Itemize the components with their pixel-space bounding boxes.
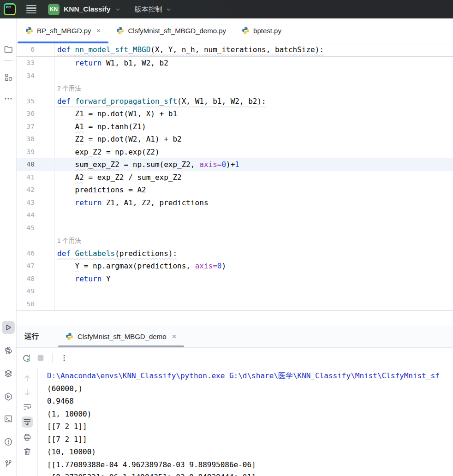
code-text[interactable]: Y = np.argmax(predictions, axis=0)	[55, 260, 453, 273]
code-line[interactable]: 45	[17, 222, 453, 235]
stop-icon[interactable]	[36, 354, 45, 362]
code-line[interactable]: 46def GetLabels(predictions):	[17, 247, 453, 260]
code-line[interactable]: 41 A2 = exp_Z2 / sum_exp_Z2	[17, 171, 453, 184]
code-line[interactable]: 50	[17, 298, 453, 311]
line-number[interactable]: 50	[17, 298, 55, 311]
line-number[interactable]: 35	[17, 95, 55, 108]
line-number[interactable]: 38	[17, 133, 55, 146]
code-line[interactable]: 39 exp_Z2 = np.exp(Z2)	[17, 146, 453, 159]
problems-icon[interactable]	[4, 437, 13, 446]
code-text[interactable]: return Y	[55, 273, 453, 286]
more-options-kebab-icon[interactable]	[60, 354, 68, 362]
line-number[interactable]: 40	[17, 158, 55, 171]
clear-console-trash-icon[interactable]	[23, 447, 32, 456]
line-number[interactable]: 46	[17, 247, 55, 260]
structure-icon[interactable]	[4, 73, 12, 82]
code-text[interactable]: predictions = A2	[55, 184, 453, 196]
more-tool-windows-icon[interactable]	[4, 94, 13, 103]
code-text[interactable]	[55, 285, 453, 298]
usages-hint[interactable]: 2 个用法	[55, 82, 453, 95]
project-badge: KN	[48, 4, 60, 15]
console-output[interactable]: D:\Anaconda\envs\KNN_Classify\python.exe…	[38, 368, 453, 476]
line-number[interactable]: 49	[17, 285, 55, 298]
run-tool-window-icon[interactable]	[2, 321, 15, 334]
line-number[interactable]: 42	[17, 184, 55, 196]
code-line[interactable]: 40 sum_exp_Z2 = np.sum(exp_Z2, axis=0)+1	[17, 158, 453, 171]
tab-label: bptest.py	[253, 27, 281, 35]
project-folder-icon[interactable]	[4, 45, 13, 54]
code-text[interactable]: Z1 = np.dot(W1, X) + b1	[55, 107, 453, 120]
code-line[interactable]: 48 return Y	[17, 273, 453, 286]
close-icon[interactable]: ×	[96, 27, 101, 35]
sticky-line-number[interactable]: 6	[17, 43, 55, 56]
code-text[interactable]	[55, 209, 453, 222]
line-number[interactable]: 45	[17, 222, 55, 235]
line-number[interactable]: 47	[17, 260, 55, 273]
usages-hint-row[interactable]: 2 个用法	[17, 82, 453, 95]
run-config-tab[interactable]: ClsfyMnist_sft_MBGD_demo ×	[58, 326, 184, 347]
close-icon[interactable]: ×	[172, 333, 177, 340]
toolbar-separator	[52, 353, 53, 363]
down-stacktrace-icon[interactable]	[23, 388, 32, 397]
code-text[interactable]	[55, 298, 453, 311]
code-line[interactable]: 47 Y = np.argmax(predictions, axis=0)	[17, 260, 453, 273]
code-text[interactable]: return Z1, A1, Z2, predictions	[55, 196, 453, 209]
console-line: D:\Anaconda\envs\KNN_Classify\python.exe…	[47, 369, 453, 382]
code-editor[interactable]: 33 return W1, b1, W2, b2342 个用法35def for…	[17, 57, 453, 311]
sticky-code-line[interactable]: 6 def nn_model_sft_MBGD(X, Y, n_h, num_i…	[17, 43, 453, 57]
code-line[interactable]: 37 A1 = np.tanh(Z1)	[17, 120, 453, 133]
line-number[interactable]: 33	[17, 57, 55, 70]
python-packages-icon[interactable]	[4, 392, 13, 401]
editor-tab[interactable]: bptest.py	[234, 18, 289, 43]
code-text[interactable]: def GetLabels(predictions):	[55, 247, 453, 260]
code-text[interactable]	[55, 70, 453, 83]
code-line[interactable]: 35def forward_propagation_sft(X, W1, b1,…	[17, 95, 453, 108]
code-line[interactable]: 36 Z1 = np.dot(W1, X) + b1	[17, 107, 453, 120]
code-line[interactable]: 34	[17, 70, 453, 83]
code-line[interactable]: 42 predictions = A2	[17, 184, 453, 196]
soft-wrap-icon[interactable]	[23, 402, 32, 411]
code-text[interactable]	[55, 222, 453, 235]
console-line: (1, 10000)	[47, 408, 453, 421]
code-line[interactable]: 38 Z2 = np.dot(W2, A1) + b2	[17, 133, 453, 146]
code-text[interactable]: A1 = np.tanh(Z1)	[55, 120, 453, 133]
main-menu-burger-icon[interactable]	[26, 5, 36, 14]
python-console-icon[interactable]	[4, 346, 13, 355]
code-text[interactable]: Z2 = np.dot(W2, A1) + b2	[55, 133, 453, 146]
editor-tab[interactable]: BP_sft_MBGD.py×	[18, 18, 108, 43]
line-number[interactable]: 41	[17, 171, 55, 184]
code-text[interactable]: A2 = exp_Z2 / sum_exp_Z2	[55, 171, 453, 184]
line-number[interactable]	[17, 234, 55, 247]
code-text[interactable]: def forward_propagation_sft(X, W1, b1, W…	[55, 95, 453, 108]
vcs-widget[interactable]: 版本控制	[135, 5, 172, 14]
usages-hint[interactable]: 1 个用法	[55, 234, 453, 247]
code-text[interactable]: exp_Z2 = np.exp(Z2)	[55, 146, 453, 159]
sticky-line-code[interactable]: def nn_model_sft_MBGD(X, Y, n_h, num_ite…	[55, 43, 453, 56]
terminal-icon[interactable]	[4, 414, 13, 423]
project-widget[interactable]: KN KNN_Classify	[48, 4, 121, 15]
tool-window-stripe	[0, 18, 17, 476]
version-control-branch-icon[interactable]	[4, 459, 13, 469]
line-number[interactable]: 48	[17, 273, 55, 286]
line-number[interactable]: 43	[17, 196, 55, 209]
code-line[interactable]: 49	[17, 285, 453, 298]
usages-hint-row[interactable]: 1 个用法	[17, 234, 453, 247]
line-number[interactable]: 39	[17, 146, 55, 159]
line-number[interactable]	[17, 82, 55, 95]
code-line[interactable]: 44	[17, 209, 453, 222]
code-line[interactable]: 43 return Z1, A1, Z2, predictions	[17, 196, 453, 209]
rerun-icon[interactable]	[22, 353, 31, 363]
line-number[interactable]: 34	[17, 70, 55, 83]
code-text[interactable]: sum_exp_Z2 = np.sum(exp_Z2, axis=0)+1	[55, 158, 453, 171]
line-number[interactable]: 36	[17, 107, 55, 120]
line-number[interactable]: 37	[17, 120, 55, 133]
services-icon[interactable]	[4, 369, 13, 378]
editor-tab[interactable]: ClsfyMnist_sft_MBGD_demo.py	[108, 18, 234, 43]
code-text[interactable]: return W1, b1, W2, b2	[55, 57, 453, 70]
code-line[interactable]: 33 return W1, b1, W2, b2	[17, 57, 453, 70]
editor-empty-space[interactable]	[17, 311, 453, 326]
up-stacktrace-icon[interactable]	[23, 374, 32, 383]
print-icon[interactable]	[23, 433, 32, 442]
scroll-to-end-icon[interactable]	[22, 416, 33, 428]
line-number[interactable]: 44	[17, 209, 55, 222]
